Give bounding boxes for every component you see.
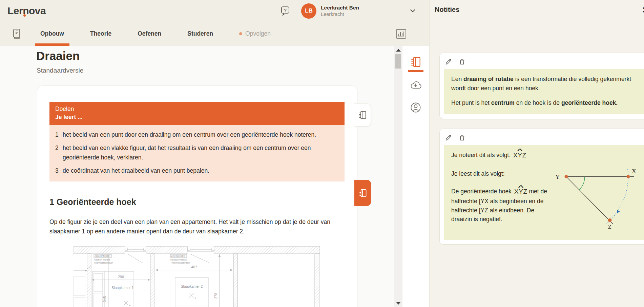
goals-title: Doelen bbox=[55, 105, 339, 113]
tab-oefenen[interactable]: Oefenen bbox=[138, 22, 161, 46]
opvolgen-dot bbox=[239, 32, 242, 35]
notebook-icon bbox=[358, 188, 368, 198]
note-card-1: Een draaiing of rotatie is een transform… bbox=[439, 53, 644, 119]
downloads-tool-button[interactable] bbox=[410, 80, 422, 90]
help-icon: ? bbox=[280, 5, 290, 16]
main-column: Lernova ? LB Leerkracht Ben Leerkracht bbox=[0, 0, 429, 307]
user-avatar[interactable]: LB bbox=[301, 3, 316, 19]
goal-item: 2 het beeld van een vlakke figuur, dat h… bbox=[55, 143, 339, 162]
notebook-icon bbox=[410, 56, 421, 68]
section-paragraph: Op de figuur zie je een deel van een pla… bbox=[49, 217, 348, 236]
document-area: Draaien Standaardversie Doelen Je leert … bbox=[0, 46, 394, 307]
tab-studeren[interactable]: Studeren bbox=[187, 22, 213, 46]
floorplan-image: 290 345 407 278 Slaapkamer 1 Slaapkamer … bbox=[74, 245, 320, 307]
note-toolbar bbox=[444, 57, 644, 69]
radiator2-type: Thermostaatkraan bbox=[170, 262, 190, 264]
user-role: Leerkracht bbox=[321, 11, 359, 17]
edit-note-button[interactable] bbox=[445, 58, 452, 65]
dim-290-label: 290 bbox=[118, 275, 124, 279]
side-tool-strip bbox=[402, 46, 429, 307]
page-title: Draaien bbox=[36, 49, 80, 63]
goal-item: 3 de coördinaat van het draaibeeld van e… bbox=[55, 166, 339, 175]
tab-theorie[interactable]: Theorie bbox=[90, 22, 111, 46]
tab-opvolgen[interactable]: Opvolgen bbox=[239, 22, 271, 46]
goals-list: 1 het beeld van een punt door een draaii… bbox=[49, 125, 345, 181]
notes-flap-button-active[interactable] bbox=[354, 180, 371, 206]
oriented-angle-figure: Y X Z bbox=[553, 157, 638, 233]
book-icon bbox=[12, 29, 21, 39]
note-card-2: Je noteert dit als volgt:XYZ Je leest di… bbox=[439, 129, 644, 245]
note-paragraph: Een draaiing of rotatie is een transform… bbox=[451, 75, 638, 93]
avatar-initials: LB bbox=[305, 7, 313, 14]
radiator2-brand: Radson Integra bbox=[170, 258, 187, 261]
trash-icon bbox=[458, 134, 466, 141]
top-header: Lernova ? LB Leerkracht Ben Leerkracht bbox=[0, 0, 429, 22]
profile-icon bbox=[410, 102, 421, 113]
scroll-up-arrow[interactable] bbox=[396, 49, 401, 52]
mark-c-label: c bbox=[195, 297, 196, 299]
goals-box: Doelen Je leert ... 1 het beeld van een … bbox=[49, 102, 345, 181]
app-logo[interactable]: Lernova bbox=[7, 5, 46, 17]
scroll-down-arrow[interactable] bbox=[396, 302, 401, 305]
angle-figure: Y X Z bbox=[553, 151, 638, 233]
radiator2-code: 22xH60xB60 bbox=[171, 255, 185, 257]
note-text-column: Je noteert dit als volgt:XYZ Je leest di… bbox=[451, 151, 553, 233]
note-toolbar bbox=[444, 133, 644, 145]
edit-note-button[interactable] bbox=[445, 134, 452, 141]
radiator1-type: Thermostaatkraan bbox=[94, 262, 113, 264]
goal-item: 1 het beeld van een punt door een draaii… bbox=[55, 130, 339, 139]
section-heading: 1 Georiënteerde hoek bbox=[49, 197, 344, 207]
notes-tool-button[interactable] bbox=[408, 56, 423, 72]
cloud-download-icon bbox=[410, 80, 422, 90]
page-subtitle: Standaardversie bbox=[37, 67, 83, 74]
close-notes-button[interactable]: ✕ bbox=[640, 6, 644, 15]
point-y-label: Y bbox=[556, 173, 560, 180]
delete-note-button[interactable] bbox=[458, 134, 466, 141]
main-scrollbar[interactable] bbox=[394, 46, 402, 307]
radiator1-code: 21SxH75xB60 bbox=[95, 255, 110, 257]
note-content: Een draaiing of rotatie is een transform… bbox=[444, 69, 644, 114]
point-x-label: X bbox=[632, 168, 636, 174]
user-menu-button[interactable] bbox=[410, 9, 415, 13]
main-tabs: Opbouw Theorie Oefenen Studeren Opvolgen bbox=[0, 22, 429, 46]
tab-opbouw[interactable]: Opbouw bbox=[40, 22, 64, 46]
dim-407-label: 407 bbox=[191, 265, 197, 269]
note-line: De georiënteerde hoekXYZ met de halfrech… bbox=[451, 187, 553, 224]
scrollbar-thumb[interactable] bbox=[395, 54, 401, 69]
logo-text: Lernova bbox=[7, 5, 46, 16]
notes-header: Notities ✕ bbox=[435, 0, 644, 15]
note-content: Je noteert dit als volgt:XYZ Je leest di… bbox=[444, 145, 644, 240]
app-root: Lernova ? LB Leerkracht Ben Leerkracht bbox=[0, 0, 644, 307]
toc-button[interactable] bbox=[12, 29, 21, 39]
lesson-card: Doelen Je leert ... 1 het beeld van een … bbox=[37, 85, 357, 307]
statistics-button[interactable] bbox=[396, 29, 407, 39]
room1-label: Slaapkamer 1 bbox=[112, 286, 134, 290]
chevron-down-icon bbox=[410, 9, 415, 13]
active-tool-underline bbox=[408, 70, 423, 72]
goals-header: Doelen Je leert ... bbox=[49, 102, 345, 125]
angle-notation: XYZ bbox=[513, 151, 526, 160]
user-name: Leerkracht Ben bbox=[321, 4, 359, 11]
header-actions: ? LB Leerkracht Ben Leerkracht bbox=[280, 3, 415, 19]
trash-icon bbox=[458, 58, 466, 65]
notes-panel: Notities ✕ bbox=[429, 0, 644, 307]
goals-subtitle: Je leert ... bbox=[55, 113, 339, 121]
bar-chart-icon bbox=[396, 29, 407, 39]
delete-note-button[interactable] bbox=[458, 58, 466, 65]
notes-title: Notities bbox=[435, 6, 459, 14]
point-z-label: Z bbox=[608, 224, 611, 230]
radiator1-brand: Radson Integra bbox=[94, 258, 110, 261]
dim-278-label: 278 bbox=[214, 293, 218, 299]
notebook-icon bbox=[358, 110, 367, 120]
pencil-icon bbox=[445, 58, 452, 65]
svg-text:?: ? bbox=[284, 8, 287, 13]
mark-b-label: B bbox=[129, 304, 131, 307]
help-button[interactable]: ? bbox=[280, 5, 290, 16]
profile-tool-button[interactable] bbox=[410, 102, 421, 113]
content-row: Draaien Standaardversie Doelen Je leert … bbox=[0, 46, 429, 307]
room2-label: Slaapkamer 2 bbox=[181, 284, 203, 288]
note-line: Je leest dit als volgt: bbox=[451, 169, 553, 178]
notes-flap-button-top[interactable] bbox=[354, 103, 371, 127]
note-line: Je noteert dit als volgt:XYZ bbox=[451, 151, 553, 160]
user-info: Leerkracht Ben Leerkracht bbox=[321, 4, 359, 17]
